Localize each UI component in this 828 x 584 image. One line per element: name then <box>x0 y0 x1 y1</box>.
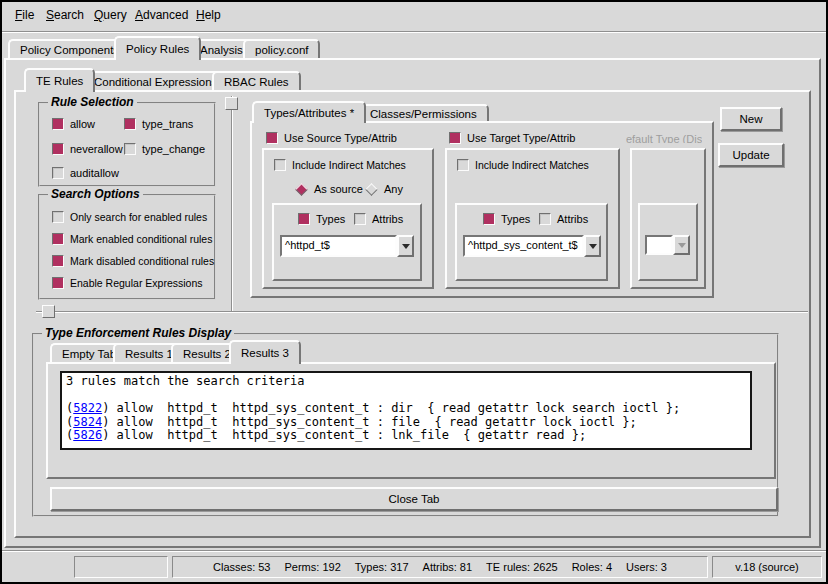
menu-help[interactable]: Help <box>192 2 225 29</box>
checkbox-indicator <box>52 143 64 155</box>
menu-advanced[interactable]: Advanced <box>131 2 192 29</box>
radio-any[interactable]: Any <box>365 183 403 195</box>
checkbox-target-attribs[interactable]: Attribs <box>539 213 588 225</box>
source-type-combobox[interactable]: ^httpd_t$ <box>280 235 414 257</box>
combobox-value[interactable]: ^httpd_t$ <box>280 235 397 257</box>
target-type-combobox[interactable]: ^httpd_sys_content_t$ <box>463 235 601 257</box>
checkbox-target-indirect[interactable]: Include Indirect Matches <box>457 159 589 171</box>
stat-te-rules: TE rules: 2625 <box>486 561 558 573</box>
combobox-dropdown-button[interactable] <box>584 235 601 257</box>
menu-search[interactable]: Search <box>42 2 88 29</box>
rule-number-link[interactable]: 5826 <box>73 428 102 442</box>
vertical-sash-handle[interactable] <box>225 97 238 110</box>
results-summary: 3 rules match the search criteria <box>66 375 746 389</box>
checkbox-indicator <box>274 159 286 171</box>
radio-as-source[interactable]: As source <box>295 183 363 195</box>
tab-te-rules[interactable]: TE Rules <box>24 68 95 92</box>
checkbox-only-enabled-rules[interactable]: Only search for enabled rules <box>52 211 207 223</box>
menu-query[interactable]: Query <box>90 2 131 29</box>
checkbox-label: allow <box>70 118 95 130</box>
checkbox-label: Include Indirect Matches <box>475 159 589 171</box>
menu-file[interactable]: File <box>11 2 38 29</box>
combobox-value <box>645 235 673 255</box>
close-tab-button[interactable]: Close Tab <box>50 487 778 511</box>
tab-rbac-rules[interactable]: RBAC Rules <box>212 71 301 90</box>
checkbox-indicator <box>298 213 310 225</box>
tab-classes-permissions[interactable]: Classes/Permissions <box>358 104 489 121</box>
menu-bar: File Search Query Advanced Help <box>2 2 826 29</box>
tab-policy-components[interactable]: Policy Components <box>8 39 131 58</box>
default-type-label: Default Type (Disabled) <box>626 133 702 143</box>
tab-conditional-expressions[interactable]: Conditional Expressions <box>82 71 229 90</box>
update-button[interactable]: Update <box>718 143 784 167</box>
checkbox-label: Only search for enabled rules <box>70 211 207 223</box>
checkbox-indicator <box>483 213 495 225</box>
checkbox-indicator <box>52 211 64 223</box>
checkbox-label: Use Source Type/Attrib <box>284 132 397 144</box>
tab-policy-rules[interactable]: Policy Rules <box>114 36 201 60</box>
checkbox-label: type_trans <box>142 118 193 130</box>
results-text-area[interactable]: 3 rules match the search criteria (5822)… <box>60 371 752 450</box>
checkbox-indicator <box>449 132 461 144</box>
tab-types-attributes[interactable]: Types/Attributes * <box>252 101 366 123</box>
new-button[interactable]: New <box>720 107 782 131</box>
checkbox-mark-enabled-conditional[interactable]: Mark enabled conditional rules <box>52 233 212 245</box>
checkbox-label: type_change <box>142 143 205 155</box>
horizontal-sash-handle[interactable] <box>42 305 55 318</box>
statusbar-empty-cell <box>74 556 168 578</box>
rule-number-link[interactable]: 5822 <box>73 401 102 415</box>
radio-indicator <box>365 183 378 196</box>
checkbox-label: neverallow <box>70 143 123 155</box>
chevron-down-icon <box>678 243 686 248</box>
checkbox-source-types[interactable]: Types <box>298 213 345 225</box>
checkbox-indicator <box>124 143 136 155</box>
checkbox-label: Types <box>316 213 345 225</box>
checkbox-label: Use Target Type/Attrib <box>467 132 575 144</box>
checkbox-source-attribs[interactable]: Attribs <box>354 213 403 225</box>
checkbox-use-target-type[interactable]: Use Target Type/Attrib <box>449 132 575 144</box>
combobox-dropdown-button <box>673 235 690 255</box>
apol-window: File Search Query Advanced Help Policy C… <box>0 0 828 584</box>
checkbox-target-types[interactable]: Types <box>483 213 530 225</box>
checkbox-auditallow[interactable]: auditallow <box>52 167 119 179</box>
radio-label: As source <box>314 183 363 195</box>
checkbox-indicator <box>52 167 64 179</box>
radio-label: Any <box>384 183 403 195</box>
rule-line: (5826) allow httpd_t httpd_sys_content_t… <box>66 429 746 443</box>
checkbox-type-change[interactable]: type_change <box>124 143 205 155</box>
checkbox-label: auditallow <box>70 167 119 179</box>
checkbox-enable-regex[interactable]: Enable Regular Expressions <box>52 277 203 289</box>
search-options-title: Search Options <box>48 187 143 201</box>
checkbox-allow[interactable]: allow <box>52 118 95 130</box>
default-type-combobox <box>645 235 690 255</box>
checkbox-use-source-type[interactable]: Use Source Type/Attrib <box>266 132 397 144</box>
chevron-down-icon <box>402 244 410 249</box>
stat-types: Types: 317 <box>355 561 409 573</box>
checkbox-label: Types <box>501 213 530 225</box>
checkbox-label: Mark disabled conditional rules <box>70 255 214 267</box>
default-type-label-clip: Default Type (Disabled) <box>626 129 702 143</box>
combobox-dropdown-button[interactable] <box>397 235 414 257</box>
checkbox-label: Include Indirect Matches <box>292 159 406 171</box>
checkbox-source-indirect[interactable]: Include Indirect Matches <box>274 159 406 171</box>
combobox-value[interactable]: ^httpd_sys_content_t$ <box>463 235 584 257</box>
stat-perms: Perms: 192 <box>285 561 341 573</box>
stat-classes: Classes: 53 <box>213 561 270 573</box>
tab-policy-conf[interactable]: policy.conf <box>243 39 320 58</box>
statusbar-separator <box>2 550 826 552</box>
te-rules-display-title: Type Enforcement Rules Display <box>42 326 234 340</box>
checkbox-label: Enable Regular Expressions <box>70 277 203 289</box>
rule-selection-title: Rule Selection <box>48 95 137 109</box>
checkbox-indicator <box>52 277 64 289</box>
checkbox-indicator <box>539 213 551 225</box>
checkbox-label: Attribs <box>557 213 588 225</box>
stat-roles: Roles: 4 <box>572 561 612 573</box>
checkbox-mark-disabled-conditional[interactable]: Mark disabled conditional rules <box>52 255 214 267</box>
checkbox-type-trans[interactable]: type_trans <box>124 118 193 130</box>
stat-attribs: Attribs: 81 <box>423 561 473 573</box>
checkbox-indicator <box>266 132 278 144</box>
checkbox-neverallow[interactable]: neverallow <box>52 143 123 155</box>
tab-results-3[interactable]: Results 3 <box>229 340 301 364</box>
rule-number-link[interactable]: 5824 <box>73 415 102 429</box>
checkbox-label: Mark enabled conditional rules <box>70 233 212 245</box>
